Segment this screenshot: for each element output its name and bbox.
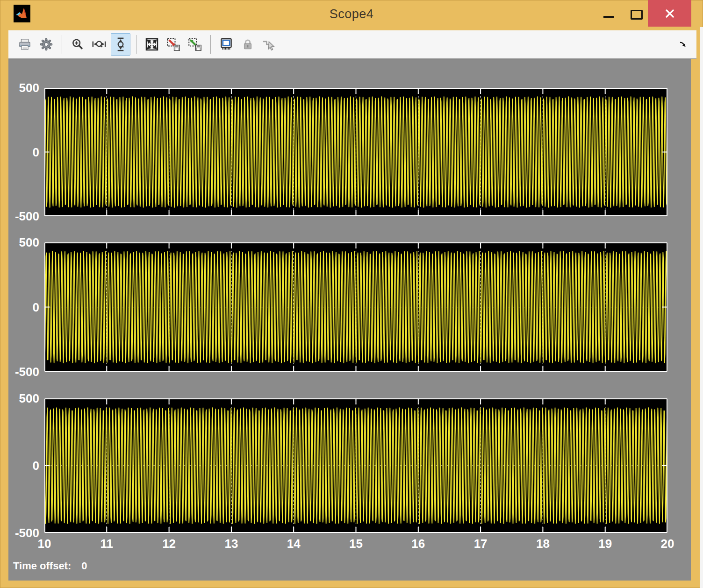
x-tick-label: 12 <box>162 537 176 551</box>
parameters-button[interactable] <box>36 33 56 56</box>
status-bar: Time offset: 0 <box>13 560 87 572</box>
time-offset-value: 0 <box>81 560 87 572</box>
x-tick-label: 10 <box>38 537 51 551</box>
restore-axes-settings-icon <box>188 37 202 51</box>
toolbar-separator <box>62 35 62 54</box>
time-offset-label: Time offset: <box>13 560 71 572</box>
zoom-y-axis-icon <box>114 37 127 51</box>
zoom-x-axis-icon <box>92 38 106 51</box>
minimize-icon <box>603 16 614 18</box>
y-axis-labels-1: 500 0 -500 <box>8 88 41 216</box>
print-button[interactable] <box>15 33 35 56</box>
y-axis-labels-3: 500 0 -500 <box>8 398 41 533</box>
x-tick-label: 19 <box>598 537 612 551</box>
minimize-button[interactable] <box>596 0 621 27</box>
y-tick-label: -500 <box>15 365 39 379</box>
x-tick-label: 18 <box>536 537 550 551</box>
y-axis-labels-2: 500 0 -500 <box>8 242 41 372</box>
signal-selection-icon <box>262 37 276 51</box>
axes-1 <box>44 88 667 216</box>
x-tick-label: 17 <box>474 537 488 551</box>
scope-window: Scope4 <box>0 0 703 588</box>
x-axis-labels: 10 11 12 13 14 15 16 17 18 19 20 <box>8 537 691 552</box>
axes-2 <box>44 242 667 372</box>
y-tick-label: 0 <box>33 459 39 473</box>
y-tick-label: 500 <box>19 235 39 250</box>
scope-plot-canvas-2[interactable] <box>44 242 667 372</box>
background-window-edge <box>700 27 703 588</box>
y-tick-label: 500 <box>19 391 39 406</box>
toolbar <box>8 30 696 59</box>
title-bar[interactable]: Scope4 <box>0 0 703 30</box>
autoscale-button[interactable] <box>142 33 162 56</box>
lock-axes-button[interactable] <box>238 33 258 56</box>
zoom-x-axis-button[interactable] <box>89 33 109 56</box>
scope-plot-canvas-1[interactable] <box>44 88 667 216</box>
zoom-button[interactable] <box>68 33 87 56</box>
lock-icon <box>241 38 254 51</box>
toolbar-overflow-arrow-icon[interactable] <box>676 37 690 51</box>
save-axes-settings-button[interactable] <box>164 33 183 56</box>
zoom-y-axis-button[interactable] <box>111 33 130 56</box>
y-tick-label: 500 <box>19 81 39 95</box>
close-icon <box>664 7 676 20</box>
x-tick-label: 15 <box>349 537 363 551</box>
signal-selection-button[interactable] <box>259 33 279 56</box>
scope-display-area: 500 0 -500 500 0 -500 500 0 -500 10 11 1… <box>8 59 691 581</box>
gear-icon <box>40 38 53 51</box>
x-tick-label: 16 <box>411 537 425 551</box>
x-tick-label: 14 <box>287 537 301 551</box>
floating-scope-icon <box>219 37 233 51</box>
restore-axes-settings-button[interactable] <box>185 33 205 56</box>
toolbar-separator <box>136 35 136 54</box>
print-icon <box>18 38 31 51</box>
floating-scope-button[interactable] <box>216 33 236 56</box>
close-button[interactable] <box>648 0 691 27</box>
y-tick-label: 0 <box>33 145 39 159</box>
x-tick-label: 11 <box>100 537 114 551</box>
x-tick-label: 13 <box>224 537 238 551</box>
y-tick-label: 0 <box>33 300 39 314</box>
y-tick-label: -500 <box>15 209 39 224</box>
zoom-in-icon <box>71 38 84 51</box>
x-tick-label: 20 <box>661 537 674 551</box>
maximize-button[interactable] <box>624 0 649 27</box>
maximize-icon <box>631 10 643 20</box>
autoscale-icon <box>145 37 159 51</box>
axes-3 <box>44 398 667 533</box>
save-axes-settings-icon <box>166 37 180 51</box>
toolbar-separator <box>210 35 211 54</box>
scope-plot-canvas-3[interactable] <box>44 398 667 533</box>
